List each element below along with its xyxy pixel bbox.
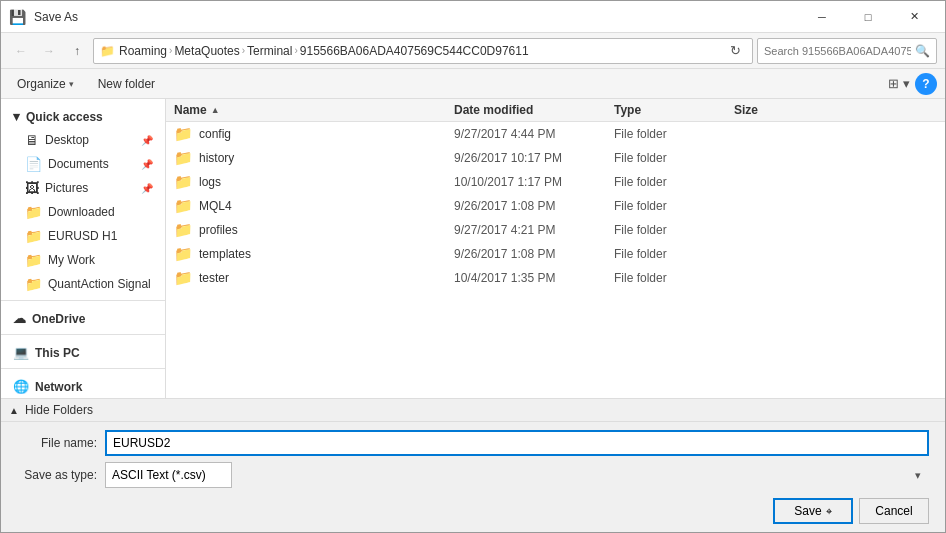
col-header-type[interactable]: Type [614,103,734,117]
address-bar[interactable]: 📁 Roaming › MetaQuotes › Terminal › 9155… [93,38,753,64]
organize-menu[interactable]: Organize ▾ [9,73,82,95]
sidebar-network-header[interactable]: 🌐 Network [1,373,165,398]
filename-row: File name: [17,430,929,456]
cancel-label: Cancel [875,504,912,518]
sidebar-section-thispc: 💻 This PC [1,339,165,364]
savetype-label: Save as type: [17,468,97,482]
onedrive-icon: ☁ [13,311,26,326]
breadcrumb-sep-2: › [242,45,245,56]
chevron-down-icon: ▾ [13,109,20,124]
minimize-button[interactable]: ─ [799,1,845,33]
file-row-type: File folder [614,271,734,285]
pin-icon-3: 📌 [141,183,153,194]
sidebar-item-downloaded[interactable]: 📁 Downloaded [1,200,165,224]
file-row-type: File folder [614,223,734,237]
sidebar-item-eurusd[interactable]: 📁 EURUSD H1 [1,224,165,248]
file-row-name: 📁 tester [174,269,454,287]
close-button[interactable]: ✕ [891,1,937,33]
sidebar-divider-1 [1,300,165,301]
save-label: Save [794,504,821,518]
save-as-dialog: 💾 Save As ─ □ ✕ ← → ↑ 📁 Roaming › MetaQu… [0,0,946,533]
col-name-label: Name [174,103,207,117]
new-folder-button[interactable]: New folder [90,73,163,95]
col-header-name[interactable]: Name ▲ [174,103,454,117]
file-row-name-text: MQL4 [199,199,232,213]
onedrive-label: OneDrive [32,312,85,326]
sidebar: ▾ Quick access 🖥 Desktop 📌 📄 Documents 📌… [1,99,166,398]
file-row-type: File folder [614,199,734,213]
file-list: Name ▲ Date modified Type Size 📁 config [166,99,945,398]
toolbar: ← → ↑ 📁 Roaming › MetaQuotes › Terminal … [1,33,945,69]
title-controls: ─ □ ✕ [799,1,937,33]
sidebar-item-documents[interactable]: 📄 Documents 📌 [1,152,165,176]
cancel-button[interactable]: Cancel [859,498,929,524]
sidebar-item-quantaction[interactable]: 📁 QuantAction Signal [1,272,165,296]
view-toggle-button[interactable]: ⊞ ▾ [887,73,911,95]
search-bar[interactable]: 🔍 [757,38,937,64]
network-label: Network [35,380,82,394]
filename-label: File name: [17,436,97,450]
breadcrumb-sep-1: › [169,45,172,56]
sidebar-quick-access-header[interactable]: ▾ Quick access [1,103,165,128]
savetype-select[interactable]: ASCII Text (*.csv)CSV (*.csv)Text (*.txt… [105,462,232,488]
sidebar-item-pictures[interactable]: 🖼 Pictures 📌 [1,176,165,200]
sidebar-item-quantaction-label: QuantAction Signal [48,277,151,291]
file-row-date: 10/4/2017 1:35 PM [454,271,614,285]
sidebar-item-documents-label: Documents [48,157,109,171]
table-row[interactable]: 📁 logs 10/10/2017 1:17 PM File folder [166,170,945,194]
table-row[interactable]: 📁 MQL4 9/26/2017 1:08 PM File folder [166,194,945,218]
file-row-name-text: logs [199,175,221,189]
sidebar-thispc-header[interactable]: 💻 This PC [1,339,165,364]
bottom-buttons: Save ⌖ Cancel [17,498,929,524]
table-row[interactable]: 📁 config 9/27/2017 4:44 PM File folder [166,122,945,146]
folder-icon: 📁 [174,125,193,143]
up-button[interactable]: ↑ [65,39,89,63]
hide-folders-row[interactable]: ▲ Hide Folders [1,398,945,421]
col-type-label: Type [614,103,641,117]
breadcrumb-terminal[interactable]: Terminal [247,44,292,58]
pictures-icon: 🖼 [25,180,39,196]
file-row-date: 10/10/2017 1:17 PM [454,175,614,189]
sidebar-item-eurusd-label: EURUSD H1 [48,229,117,243]
sidebar-section-onedrive: ☁ OneDrive [1,305,165,330]
col-header-size[interactable]: Size [734,103,937,117]
col-header-date[interactable]: Date modified [454,103,614,117]
search-input[interactable] [764,45,911,57]
search-icon: 🔍 [915,44,930,58]
bottom-bar: File name: Save as type: ASCII Text (*.c… [1,421,945,532]
file-row-date: 9/26/2017 1:08 PM [454,247,614,261]
folder-icon: 📁 [174,173,193,191]
sidebar-onedrive-header[interactable]: ☁ OneDrive [1,305,165,330]
help-button[interactable]: ? [915,73,937,95]
file-row-name: 📁 templates [174,245,454,263]
folder-icon: 📁 [174,245,193,263]
savetype-wrapper: ASCII Text (*.csv)CSV (*.csv)Text (*.txt… [105,462,929,488]
folder-icon: 📁 [174,149,193,167]
table-row[interactable]: 📁 templates 9/26/2017 1:08 PM File folde… [166,242,945,266]
breadcrumb-hash[interactable]: 915566BA06ADA407569C544CC0D97611 [300,44,529,58]
table-row[interactable]: 📁 history 9/26/2017 10:17 PM File folder [166,146,945,170]
breadcrumb-folder-icon: 📁 [100,44,115,58]
file-row-name: 📁 history [174,149,454,167]
refresh-button[interactable]: ↻ [724,40,746,62]
organize-label: Organize [17,77,66,91]
sidebar-item-desktop[interactable]: 🖥 Desktop 📌 [1,128,165,152]
table-row[interactable]: 📁 profiles 9/27/2017 4:21 PM File folder [166,218,945,242]
forward-button[interactable]: → [37,39,61,63]
organize-chevron-icon: ▾ [69,79,74,89]
file-row-date: 9/26/2017 10:17 PM [454,151,614,165]
file-row-name: 📁 profiles [174,221,454,239]
table-row[interactable]: 📁 tester 10/4/2017 1:35 PM File folder [166,266,945,290]
file-list-header: Name ▲ Date modified Type Size [166,99,945,122]
back-button[interactable]: ← [9,39,33,63]
filename-input[interactable] [105,430,929,456]
maximize-button[interactable]: □ [845,1,891,33]
breadcrumb-roaming[interactable]: Roaming [119,44,167,58]
sidebar-divider-3 [1,368,165,369]
save-button[interactable]: Save ⌖ [773,498,853,524]
file-row-name-text: history [199,151,234,165]
breadcrumb-metaquotes[interactable]: MetaQuotes [174,44,239,58]
save-cursor-icon: ⌖ [826,505,832,518]
sidebar-item-mywork[interactable]: 📁 My Work [1,248,165,272]
network-icon: 🌐 [13,379,29,394]
